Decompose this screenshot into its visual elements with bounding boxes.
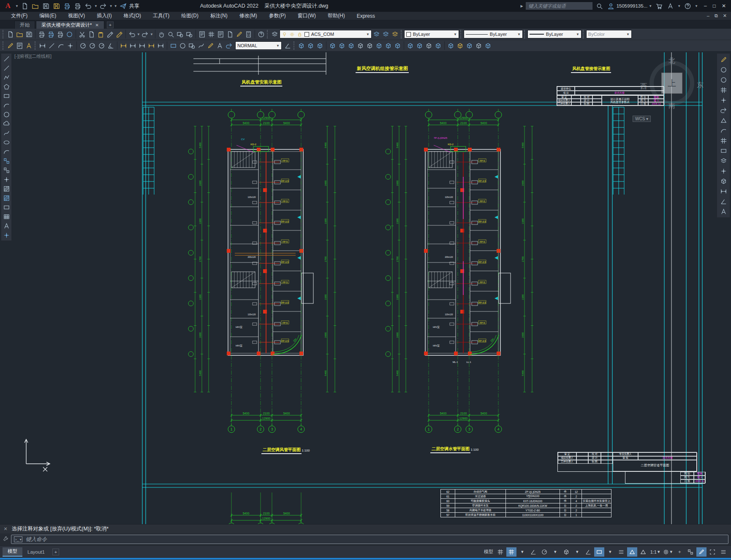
toolbar-grip[interactable] bbox=[583, 30, 585, 38]
dim-text-edit-icon[interactable] bbox=[215, 41, 224, 50]
tab-active-document[interactable]: 采供大楼中央空调设计* ✕ bbox=[36, 21, 104, 29]
viewcube-top-face[interactable]: 上 bbox=[661, 73, 682, 94]
quickcalc-icon[interactable] bbox=[244, 30, 253, 39]
help-icon[interactable] bbox=[683, 2, 692, 11]
doc-restore-button[interactable]: ⧉ bbox=[715, 13, 718, 19]
menu-item[interactable]: 视图(V) bbox=[62, 11, 91, 20]
annotation-monitor-toggle[interactable]: ＋ bbox=[674, 547, 685, 557]
layout-tab-layout1[interactable]: Layout1 bbox=[22, 547, 50, 557]
toolbar-grip[interactable] bbox=[460, 30, 462, 38]
undo-caret-icon[interactable]: ▼ bbox=[94, 4, 98, 8]
revcloud-icon[interactable] bbox=[2, 119, 11, 128]
layer-dropdown-caret-icon[interactable]: ▼ bbox=[366, 32, 370, 36]
layer-isolate-icon[interactable] bbox=[391, 30, 399, 39]
cut-icon[interactable] bbox=[78, 30, 87, 39]
lineweight-dropdown[interactable]: ByLayer ▼ bbox=[527, 30, 582, 38]
refresh-icon[interactable] bbox=[718, 106, 728, 115]
dim-radius-icon[interactable] bbox=[79, 41, 87, 50]
autocad-logo[interactable]: A bbox=[3, 1, 14, 11]
menu-item[interactable]: 编辑(E) bbox=[33, 11, 62, 20]
crosshair-move-icon[interactable] bbox=[718, 95, 728, 105]
markup-import-icon[interactable] bbox=[235, 30, 244, 39]
tolerance-icon[interactable] bbox=[169, 41, 178, 50]
viewcube-north[interactable]: 北 bbox=[668, 57, 675, 65]
lineweight-dropdown-caret-icon[interactable]: ▼ bbox=[576, 32, 579, 36]
xline-icon[interactable] bbox=[2, 64, 11, 73]
move-gizmo-icon[interactable] bbox=[718, 166, 728, 176]
share-icon[interactable] bbox=[119, 1, 128, 11]
menu-item[interactable]: 插入(I) bbox=[91, 11, 117, 20]
dim-jog-line-icon[interactable] bbox=[197, 41, 206, 50]
grid-tool-icon[interactable] bbox=[718, 136, 728, 145]
dim-tool-icon[interactable] bbox=[718, 187, 728, 196]
trim-icon[interactable] bbox=[406, 41, 415, 50]
annotation-scale-button[interactable]: 1:1 ▾ bbox=[649, 547, 661, 557]
redo-caret-icon[interactable]: ▼ bbox=[109, 4, 113, 8]
multileader-icon[interactable] bbox=[283, 41, 292, 50]
copy-icon[interactable] bbox=[337, 41, 346, 50]
viewcube-east[interactable]: 东 bbox=[697, 81, 704, 90]
menu-item[interactable]: 修改(M) bbox=[234, 11, 263, 20]
array-icon[interactable] bbox=[375, 41, 383, 50]
lineweight-toggle[interactable] bbox=[616, 547, 626, 557]
box-tool-icon[interactable] bbox=[718, 176, 728, 186]
command-customize-icon[interactable] bbox=[3, 536, 8, 543]
polar-caret-icon[interactable]: ▾ bbox=[550, 547, 560, 557]
pan-icon[interactable] bbox=[157, 30, 166, 39]
layers-tool-icon[interactable] bbox=[718, 156, 728, 165]
save-as-icon[interactable] bbox=[52, 1, 61, 11]
layer-on-icon[interactable] bbox=[282, 32, 287, 37]
doc-minimize-button[interactable]: – bbox=[707, 13, 709, 19]
logo-caret-icon[interactable]: ▼ bbox=[15, 4, 19, 8]
spline-icon[interactable] bbox=[2, 129, 11, 138]
dim-aligned-icon[interactable] bbox=[47, 41, 56, 50]
erase-icon[interactable] bbox=[474, 41, 483, 50]
table-icon[interactable] bbox=[2, 212, 11, 221]
sheet-set-manager-icon[interactable] bbox=[226, 30, 234, 39]
open-file-icon[interactable] bbox=[31, 1, 40, 11]
mtext-icon[interactable] bbox=[2, 222, 11, 230]
fillet-icon[interactable] bbox=[446, 41, 455, 50]
circle-icon[interactable] bbox=[2, 110, 11, 119]
paste-icon[interactable] bbox=[96, 30, 105, 39]
help-caret-icon[interactable]: ▼ bbox=[695, 4, 698, 8]
region-icon[interactable] bbox=[2, 203, 11, 212]
menu-item[interactable]: 工具(T) bbox=[147, 11, 175, 20]
redo-icon[interactable] bbox=[99, 1, 108, 11]
dim-angular-icon[interactable] bbox=[106, 41, 115, 50]
doc-close-button[interactable]: ✕ bbox=[723, 13, 727, 19]
rectangle-icon[interactable] bbox=[2, 92, 11, 100]
dim-diameter-icon[interactable] bbox=[97, 41, 106, 50]
color-dropdown[interactable]: ByLayer ▼ bbox=[404, 30, 459, 38]
arc-icon[interactable] bbox=[2, 101, 11, 110]
workspace-switching-button[interactable]: ▾ bbox=[662, 547, 674, 557]
zoom-window-icon[interactable] bbox=[176, 30, 185, 39]
tab-start[interactable]: 开始 bbox=[14, 21, 35, 29]
insert-block-icon[interactable] bbox=[2, 157, 11, 165]
new-layout-button[interactable]: + bbox=[52, 549, 59, 555]
undo-toolbar-icon[interactable] bbox=[128, 30, 136, 39]
model-paper-toggle[interactable]: 模型 bbox=[483, 547, 495, 557]
extend-icon[interactable] bbox=[415, 41, 424, 50]
search-icon[interactable] bbox=[595, 2, 604, 11]
dim-inspect-icon[interactable] bbox=[188, 41, 196, 50]
undo-icon[interactable] bbox=[84, 1, 93, 11]
text-style-icon[interactable] bbox=[24, 41, 33, 50]
drawing-area[interactable]: DHDH 54002100540012900540021005400129001… bbox=[0, 51, 731, 524]
share-label[interactable]: 共享 bbox=[129, 3, 139, 10]
menu-item[interactable]: Express bbox=[351, 12, 381, 20]
print-icon[interactable] bbox=[73, 1, 82, 11]
rect-tool-icon[interactable] bbox=[718, 146, 728, 155]
break-icon[interactable] bbox=[424, 41, 433, 50]
dim-ordinate-icon[interactable] bbox=[66, 41, 75, 50]
layer-dropdown[interactable]: ACS_COM ▼ bbox=[280, 30, 372, 38]
blend-icon[interactable] bbox=[484, 41, 492, 50]
dim-space-icon[interactable] bbox=[147, 41, 156, 50]
publish-icon[interactable] bbox=[56, 30, 65, 39]
isolate-objects-button[interactable] bbox=[685, 547, 696, 557]
color-dropdown-caret-icon[interactable]: ▼ bbox=[454, 32, 457, 36]
close-button[interactable]: ✕ bbox=[722, 3, 726, 9]
linetype-dropdown[interactable]: ByLayer ▼ bbox=[464, 30, 523, 38]
dim-update2-icon[interactable] bbox=[225, 41, 234, 50]
draworder-back-icon[interactable] bbox=[306, 41, 315, 50]
